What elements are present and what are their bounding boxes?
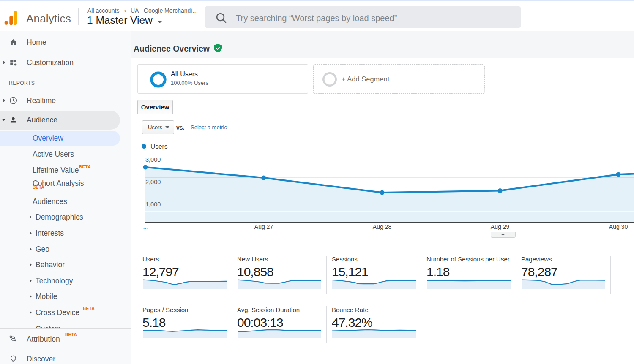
svg-text:Aug 29: Aug 29 — [491, 223, 510, 230]
svg-text:Aug 27: Aug 27 — [254, 223, 273, 230]
svg-text:2,000: 2,000 — [145, 179, 161, 185]
svg-text:Aug 28: Aug 28 — [373, 223, 392, 230]
svg-text:1,000: 1,000 — [145, 201, 161, 208]
svg-text:3,000: 3,000 — [145, 156, 161, 163]
svg-text:…: … — [143, 223, 149, 230]
svg-text:Aug 30: Aug 30 — [609, 223, 628, 230]
